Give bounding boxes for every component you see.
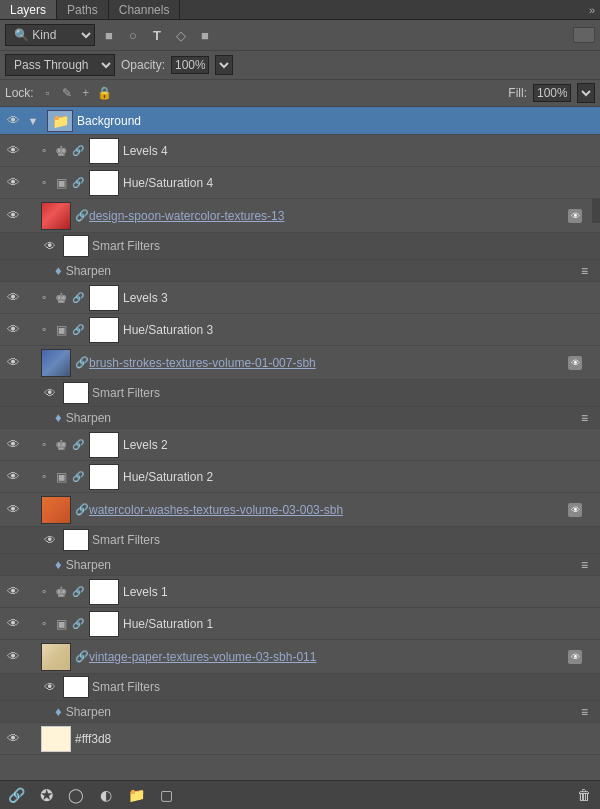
filter-smart-icon[interactable]: ■	[195, 25, 215, 45]
layer-row[interactable]: 👁 Smart Filters	[0, 527, 600, 554]
eye-icon[interactable]: 👁	[3, 353, 23, 373]
filter-shape-icon[interactable]: ◇	[171, 25, 191, 45]
filter-options-icon4[interactable]: ≡	[581, 705, 588, 719]
layer-row[interactable]: 👁 ⚬ ▣ 🔗 Hue/Saturation 2	[0, 461, 600, 493]
layer-row[interactable]: ♦ Sharpen ≡	[0, 701, 600, 723]
layer-row[interactable]: ♦ Sharpen ≡	[0, 407, 600, 429]
layer-name: Hue/Saturation 4	[123, 176, 597, 190]
lock-paint-icon[interactable]: ✎	[59, 85, 75, 101]
tab-overflow-arrow[interactable]: »	[584, 4, 600, 16]
tab-layers[interactable]: Layers	[0, 0, 57, 19]
layer-thumb	[41, 202, 71, 230]
eye-icon[interactable]: 👁	[3, 582, 23, 602]
layer-name: design-spoon-watercolor-textures-13	[89, 209, 566, 223]
eye-icon[interactable]: 👁	[40, 530, 60, 550]
add-style-button[interactable]: ✪	[35, 784, 57, 806]
eye-icon[interactable]: 👁	[3, 614, 23, 634]
layer-thumb	[89, 170, 119, 196]
layer-row[interactable]: 👁 #fff3d8	[0, 723, 600, 755]
chain-icon: ⚬	[37, 324, 51, 335]
kind-select[interactable]: 🔍 Kind	[5, 24, 95, 46]
bottom-padding	[0, 755, 600, 780]
tab-channels[interactable]: Channels	[109, 0, 181, 19]
layer-row[interactable]: 👁 Smart Filters	[0, 233, 600, 260]
layer-thumb	[41, 726, 71, 752]
sharpen-filter-icon: ♦	[55, 263, 62, 278]
filter-options-icon2[interactable]: ≡	[581, 411, 588, 425]
opacity-input[interactable]	[171, 56, 209, 74]
filter-pixel-icon[interactable]: ■	[99, 25, 119, 45]
eye-icon[interactable]: 👁	[3, 141, 23, 161]
eye-icon[interactable]: 👁	[3, 206, 23, 226]
filter-options-icon3[interactable]: ≡	[581, 558, 588, 572]
blend-mode-select[interactable]: Pass Through	[5, 54, 115, 76]
eye-icon[interactable]: 👁	[40, 677, 60, 697]
layer-row[interactable]: 👁 🔗 vintage-paper-textures-volume-03-sbh…	[0, 640, 600, 674]
layer-row[interactable]: 👁 Smart Filters	[0, 380, 600, 407]
eye-icon[interactable]: 👁	[40, 383, 60, 403]
lock-all-icon[interactable]: 🔒	[97, 85, 113, 101]
eye-icon[interactable]: 👁	[3, 173, 23, 193]
adjustment-icon: ▣	[51, 614, 71, 634]
layer-row[interactable]: 👁 ⚬ ▣ 🔗 Hue/Saturation 3	[0, 314, 600, 346]
lock-position-icon[interactable]: +	[78, 85, 94, 101]
eye-icon[interactable]: 👁	[3, 467, 23, 487]
layer-row[interactable]: 👁 🔗 design-spoon-watercolor-textures-13 …	[0, 199, 600, 233]
filter-options-icon[interactable]: ≡	[581, 264, 588, 278]
layer-row[interactable]: 👁 🔗 brush-strokes-textures-volume-01-007…	[0, 346, 600, 380]
fill-arrow[interactable]: ▾	[577, 83, 595, 103]
layer-row[interactable]: ♦ Sharpen ≡	[0, 260, 600, 282]
new-layer-button[interactable]: ▢	[155, 784, 177, 806]
opacity-arrow[interactable]: ▾	[215, 55, 233, 75]
layer-thumb	[41, 349, 71, 377]
smart-object-icon: 👁	[568, 650, 582, 664]
tab-paths[interactable]: Paths	[57, 0, 109, 19]
eye-icon[interactable]: 👁	[3, 111, 23, 131]
filter-type-icon[interactable]: T	[147, 25, 167, 45]
layer-row[interactable]: 👁 ▼ 📁 Background	[0, 107, 600, 135]
eye-icon[interactable]: 👁	[3, 288, 23, 308]
adjustment-layer-button[interactable]: ◐	[95, 784, 117, 806]
blend-opacity-bar: Pass Through Opacity: ▾	[0, 51, 600, 80]
layer-thumb	[41, 496, 71, 524]
layer-name: Sharpen	[66, 558, 597, 572]
fill-input[interactable]	[533, 84, 571, 102]
layer-thumb	[63, 529, 89, 551]
layer-row[interactable]: ♦ Sharpen ≡	[0, 554, 600, 576]
layer-row[interactable]: 👁 ⚬ ▣ 🔗 Hue/Saturation 1	[0, 608, 600, 640]
layer-row[interactable]: 👁 ⚬ ▣ 🔗 Hue/Saturation 4	[0, 167, 600, 199]
panel-options-rect	[573, 27, 595, 43]
layer-row[interactable]: 👁 🔗 watercolor-washes-textures-volume-03…	[0, 493, 600, 527]
eye-icon[interactable]: 👁	[40, 236, 60, 256]
layer-thumb	[89, 464, 119, 490]
layer-row[interactable]: 👁 ⚬ ♚ 🔗 Levels 4	[0, 135, 600, 167]
filter-adjust-icon[interactable]: ○	[123, 25, 143, 45]
layer-row[interactable]: 👁 ⚬ ♚ 🔗 Levels 3	[0, 282, 600, 314]
fill-label: Fill:	[508, 86, 527, 100]
layer-thumb	[41, 643, 71, 671]
eye-icon[interactable]: 👁	[3, 320, 23, 340]
eye-icon[interactable]: 👁	[3, 729, 23, 749]
layer-row[interactable]: 👁 ⚬ ♚ 🔗 Levels 1	[0, 576, 600, 608]
layer-name: #fff3d8	[75, 732, 597, 746]
lock-label: Lock:	[5, 86, 34, 100]
eye-icon[interactable]: 👁	[3, 435, 23, 455]
adjustment-icon: ▣	[51, 173, 71, 193]
eye-icon[interactable]: 👁	[3, 647, 23, 667]
add-mask-button[interactable]: ◯	[65, 784, 87, 806]
link-icon: 🔗	[71, 471, 85, 482]
link-icon: 🔗	[75, 209, 89, 222]
layer-thumb	[63, 235, 89, 257]
link-icon: 🔗	[71, 145, 85, 156]
layer-smart-badge: 👁	[568, 209, 582, 223]
chain-icon: ⚬	[37, 439, 51, 450]
group-layers-button[interactable]: 📁	[125, 784, 147, 806]
delete-layer-button[interactable]: 🗑	[573, 784, 595, 806]
smart-object-icon: 👁	[568, 356, 582, 370]
link-layers-button[interactable]: 🔗	[5, 784, 27, 806]
layer-row[interactable]: 👁 Smart Filters	[0, 674, 600, 701]
link-icon: 🔗	[71, 586, 85, 597]
lock-pixel-icon[interactable]: ▫	[40, 85, 56, 101]
eye-icon[interactable]: 👁	[3, 500, 23, 520]
layer-row[interactable]: 👁 ⚬ ♚ 🔗 Levels 2	[0, 429, 600, 461]
